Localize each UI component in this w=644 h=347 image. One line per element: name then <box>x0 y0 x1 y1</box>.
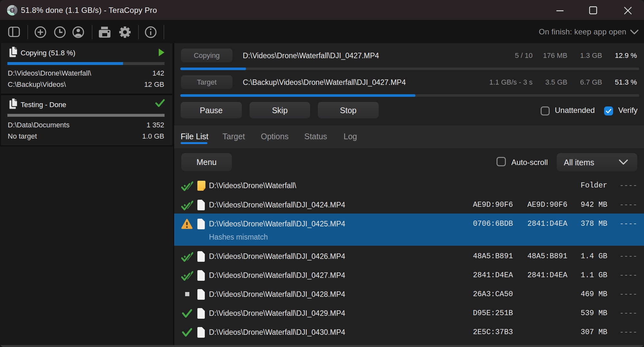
svg-text:T: T <box>11 8 14 12</box>
